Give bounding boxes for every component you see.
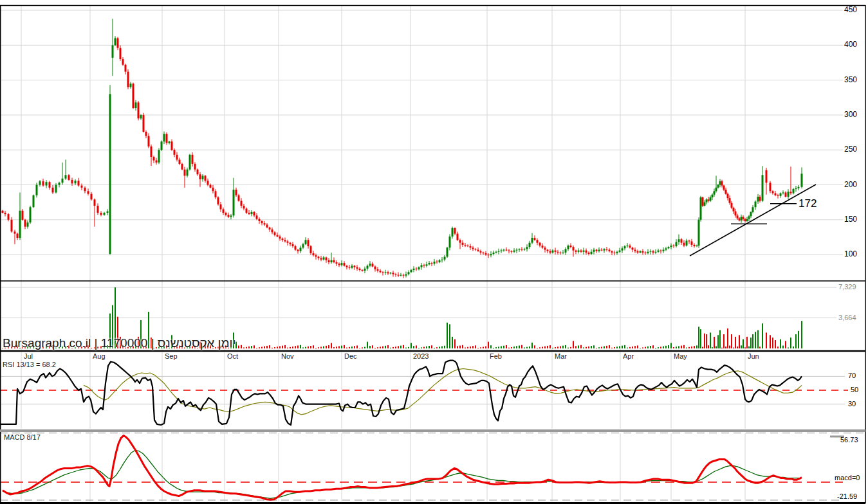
- volume-bar: [759, 346, 761, 348]
- volume-bar: [616, 346, 618, 348]
- candle-body: [261, 221, 263, 223]
- candle-body: [519, 249, 521, 249]
- price-annotation-172[interactable]: 172: [799, 197, 817, 210]
- volume-bar: [344, 345, 345, 348]
- candle-body: [310, 246, 312, 253]
- volume-bar: [380, 346, 381, 348]
- volume-bar: [777, 346, 779, 348]
- candle-body: [354, 266, 356, 267]
- candle-body: [331, 260, 333, 262]
- volume-bar: [575, 346, 577, 348]
- volume-bar: [691, 346, 692, 348]
- volume-bar: [645, 347, 646, 348]
- volume-bar: [313, 345, 314, 348]
- candle-body: [140, 115, 142, 118]
- volume-bar: [770, 335, 771, 348]
- candle-body: [179, 159, 181, 164]
- volume-bar: [562, 346, 564, 348]
- volume-bar: [716, 346, 717, 348]
- candle-body: [359, 269, 361, 270]
- candle-body: [207, 181, 209, 185]
- candle-body: [457, 234, 459, 240]
- candle-body: [408, 272, 410, 274]
- candle-body: [246, 208, 248, 213]
- candle-body: [27, 222, 29, 227]
- volume-bar: [331, 343, 332, 348]
- volume-bar: [537, 348, 538, 348]
- candle-body: [447, 248, 448, 256]
- volume-bar: [516, 346, 517, 348]
- volume-bar: [429, 346, 430, 348]
- candle-body: [24, 220, 26, 227]
- candle-body: [81, 186, 83, 188]
- volume-bar: [731, 334, 732, 348]
- volume-bar: [416, 345, 417, 348]
- candle-body: [508, 251, 510, 251]
- candle-body: [259, 219, 261, 221]
- candle-body: [706, 199, 708, 202]
- candle-body: [290, 243, 291, 244]
- candle-body: [506, 249, 508, 250]
- candle-body: [652, 251, 654, 253]
- candle-body: [2, 211, 4, 213]
- candle-body: [238, 195, 240, 201]
- volume-bar: [498, 346, 499, 348]
- volume-bar: [790, 338, 791, 348]
- candle-body: [714, 191, 716, 194]
- candle-body: [777, 195, 779, 196]
- volume-bar: [632, 346, 633, 348]
- candle-body: [588, 253, 590, 254]
- candle-body: [686, 240, 688, 246]
- volume-bar: [637, 345, 638, 348]
- candle-body: [184, 170, 186, 176]
- candle-body: [493, 253, 495, 254]
- candle-body: [619, 251, 621, 252]
- candle-body: [775, 194, 777, 195]
- candle-body: [377, 269, 379, 271]
- candle-body: [700, 197, 702, 220]
- candle-body: [785, 192, 787, 197]
- candle-body: [655, 252, 657, 253]
- candle-body: [22, 211, 24, 220]
- volume-bar: [757, 330, 759, 348]
- candle-body: [125, 65, 127, 72]
- candle-body: [537, 240, 539, 242]
- candle-body: [264, 223, 266, 224]
- chart-canvas[interactable]: [0, 0, 868, 504]
- volume-bar: [480, 347, 481, 348]
- macd-label: MACD 8/17: [4, 433, 41, 441]
- candle-body: [660, 251, 662, 251]
- candle-body: [181, 164, 183, 170]
- candle-body: [650, 251, 652, 252]
- candle-body: [65, 175, 67, 178]
- candle-body: [739, 219, 741, 221]
- candle-body: [606, 249, 608, 249]
- candle-body: [495, 252, 497, 253]
- candle-body: [441, 260, 443, 260]
- rsi-tick-70: 70: [848, 372, 856, 379]
- volume-bar: [367, 342, 368, 348]
- candle-body: [17, 234, 19, 239]
- candle-body: [256, 215, 258, 219]
- volume-bar: [511, 347, 512, 348]
- candle-body: [68, 175, 70, 180]
- volume-bar: [490, 345, 492, 348]
- candle-body: [220, 204, 222, 210]
- volume-bar: [362, 347, 363, 348]
- candle-body: [498, 251, 500, 252]
- volume-bar: [696, 345, 697, 348]
- candle-body: [416, 269, 418, 269]
- candle-body: [770, 183, 771, 191]
- volume-bar: [526, 347, 528, 348]
- volume-bar: [686, 348, 687, 348]
- candle-body: [562, 253, 564, 253]
- volume-bar: [706, 334, 707, 348]
- candle-body: [555, 251, 557, 252]
- candle-body: [598, 249, 600, 251]
- candle-body: [583, 251, 585, 252]
- month-label-Sep: Sep: [165, 352, 178, 360]
- candle-body: [642, 251, 644, 253]
- volume-bar: [652, 345, 654, 348]
- candle-body: [166, 134, 168, 143]
- candle-body: [71, 180, 73, 183]
